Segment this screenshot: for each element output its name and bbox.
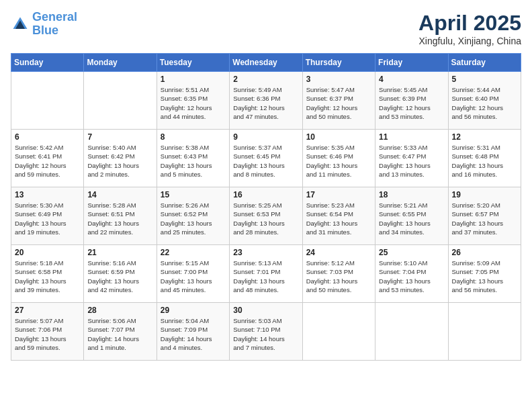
day-number: 15 <box>161 190 226 199</box>
calendar-cell: 17Sunrise: 5:23 AM Sunset: 6:54 PM Dayli… <box>302 187 375 245</box>
day-detail: Sunrise: 5:42 AM Sunset: 6:41 PM Dayligh… <box>15 143 80 179</box>
day-number: 7 <box>87 132 152 142</box>
day-number: 17 <box>306 190 371 199</box>
weekday-header: Thursday <box>302 54 375 72</box>
calendar-cell: 21Sunrise: 5:16 AM Sunset: 6:59 PM Dayli… <box>84 245 157 303</box>
day-detail: Sunrise: 5:25 AM Sunset: 6:53 PM Dayligh… <box>233 201 298 236</box>
day-number: 22 <box>161 248 226 257</box>
calendar-row: 27Sunrise: 5:07 AM Sunset: 7:06 PM Dayli… <box>11 303 521 361</box>
calendar-cell: 20Sunrise: 5:18 AM Sunset: 6:58 PM Dayli… <box>11 245 84 303</box>
day-number: 12 <box>452 132 517 142</box>
calendar-cell: 6Sunrise: 5:42 AM Sunset: 6:41 PM Daylig… <box>11 130 84 187</box>
calendar-cell: 29Sunrise: 5:04 AM Sunset: 7:09 PM Dayli… <box>157 303 229 361</box>
day-number: 23 <box>233 248 298 257</box>
weekday-header: Monday <box>84 54 157 72</box>
day-detail: Sunrise: 5:31 AM Sunset: 6:48 PM Dayligh… <box>452 143 517 179</box>
day-detail: Sunrise: 5:12 AM Sunset: 7:03 PM Dayligh… <box>306 259 371 294</box>
calendar-cell: 18Sunrise: 5:21 AM Sunset: 6:55 PM Dayli… <box>375 187 448 245</box>
logo-blue: Blue <box>32 24 77 38</box>
calendar-cell: 8Sunrise: 5:38 AM Sunset: 6:43 PM Daylig… <box>157 130 229 187</box>
logo-icon <box>11 15 30 34</box>
day-detail: Sunrise: 5:21 AM Sunset: 6:55 PM Dayligh… <box>379 201 444 236</box>
day-number: 4 <box>379 75 444 84</box>
day-number: 14 <box>87 190 152 199</box>
month-title: April 2025 <box>418 11 521 36</box>
day-number: 29 <box>161 306 226 315</box>
day-detail: Sunrise: 5:47 AM Sunset: 6:37 PM Dayligh… <box>306 85 371 121</box>
day-number: 8 <box>161 132 226 142</box>
day-number: 27 <box>15 306 80 315</box>
calendar-cell: 2Sunrise: 5:49 AM Sunset: 6:36 PM Daylig… <box>230 72 302 130</box>
day-detail: Sunrise: 5:16 AM Sunset: 6:59 PM Dayligh… <box>87 259 152 294</box>
day-number: 21 <box>87 248 152 257</box>
weekday-header: Saturday <box>448 54 521 72</box>
logo-text: General Blue <box>32 11 77 38</box>
weekday-header: Tuesday <box>157 54 229 72</box>
calendar-cell: 27Sunrise: 5:07 AM Sunset: 7:06 PM Dayli… <box>11 303 84 361</box>
day-number: 10 <box>306 132 371 142</box>
location: Xingfulu, Xinjiang, China <box>418 36 521 46</box>
day-number: 11 <box>379 132 444 142</box>
day-number: 30 <box>233 306 298 315</box>
day-detail: Sunrise: 5:20 AM Sunset: 6:57 PM Dayligh… <box>452 201 517 236</box>
calendar-row: 1Sunrise: 5:51 AM Sunset: 6:35 PM Daylig… <box>11 72 521 130</box>
day-number: 26 <box>452 248 517 257</box>
calendar-cell: 12Sunrise: 5:31 AM Sunset: 6:48 PM Dayli… <box>448 130 521 187</box>
day-number: 9 <box>233 132 298 142</box>
weekday-header: Friday <box>375 54 448 72</box>
calendar-cell: 7Sunrise: 5:40 AM Sunset: 6:42 PM Daylig… <box>84 130 157 187</box>
day-detail: Sunrise: 5:44 AM Sunset: 6:40 PM Dayligh… <box>452 85 517 121</box>
day-detail: Sunrise: 5:04 AM Sunset: 7:09 PM Dayligh… <box>161 316 226 352</box>
calendar-cell: 10Sunrise: 5:35 AM Sunset: 6:46 PM Dayli… <box>302 130 375 187</box>
calendar-row: 6Sunrise: 5:42 AM Sunset: 6:41 PM Daylig… <box>11 130 521 187</box>
day-detail: Sunrise: 5:18 AM Sunset: 6:58 PM Dayligh… <box>15 259 80 294</box>
day-detail: Sunrise: 5:51 AM Sunset: 6:35 PM Dayligh… <box>161 85 226 121</box>
logo-general: General <box>32 10 77 24</box>
calendar-cell <box>448 303 521 361</box>
day-number: 19 <box>452 190 517 199</box>
title-block: April 2025 Xingfulu, Xinjiang, China <box>418 11 521 46</box>
calendar-cell: 28Sunrise: 5:06 AM Sunset: 7:07 PM Dayli… <box>84 303 157 361</box>
calendar-cell: 14Sunrise: 5:28 AM Sunset: 6:51 PM Dayli… <box>84 187 157 245</box>
day-detail: Sunrise: 5:26 AM Sunset: 6:52 PM Dayligh… <box>161 201 226 236</box>
day-detail: Sunrise: 5:03 AM Sunset: 7:10 PM Dayligh… <box>233 316 298 352</box>
weekday-header: Wednesday <box>230 54 302 72</box>
logo: General Blue <box>11 11 77 38</box>
calendar-header: SundayMondayTuesdayWednesdayThursdayFrid… <box>11 54 521 72</box>
day-detail: Sunrise: 5:23 AM Sunset: 6:54 PM Dayligh… <box>306 201 371 236</box>
day-detail: Sunrise: 5:49 AM Sunset: 6:36 PM Dayligh… <box>233 85 298 121</box>
calendar-cell: 9Sunrise: 5:37 AM Sunset: 6:45 PM Daylig… <box>230 130 302 187</box>
calendar-row: 20Sunrise: 5:18 AM Sunset: 6:58 PM Dayli… <box>11 245 521 303</box>
day-number: 5 <box>452 75 517 84</box>
day-number: 2 <box>233 75 298 84</box>
day-detail: Sunrise: 5:07 AM Sunset: 7:06 PM Dayligh… <box>15 316 80 352</box>
day-detail: Sunrise: 5:35 AM Sunset: 6:46 PM Dayligh… <box>306 143 371 179</box>
day-detail: Sunrise: 5:10 AM Sunset: 7:04 PM Dayligh… <box>379 259 444 294</box>
calendar-cell: 23Sunrise: 5:13 AM Sunset: 7:01 PM Dayli… <box>230 245 302 303</box>
day-detail: Sunrise: 5:28 AM Sunset: 6:51 PM Dayligh… <box>87 201 152 236</box>
calendar-cell: 30Sunrise: 5:03 AM Sunset: 7:10 PM Dayli… <box>230 303 302 361</box>
calendar-cell: 26Sunrise: 5:09 AM Sunset: 7:05 PM Dayli… <box>448 245 521 303</box>
calendar-cell: 4Sunrise: 5:45 AM Sunset: 6:39 PM Daylig… <box>375 72 448 130</box>
calendar-row: 13Sunrise: 5:30 AM Sunset: 6:49 PM Dayli… <box>11 187 521 245</box>
calendar-cell: 25Sunrise: 5:10 AM Sunset: 7:04 PM Dayli… <box>375 245 448 303</box>
calendar-cell: 3Sunrise: 5:47 AM Sunset: 6:37 PM Daylig… <box>302 72 375 130</box>
calendar-cell <box>11 72 84 130</box>
day-detail: Sunrise: 5:13 AM Sunset: 7:01 PM Dayligh… <box>233 259 298 294</box>
day-number: 6 <box>15 132 80 142</box>
day-detail: Sunrise: 5:33 AM Sunset: 6:47 PM Dayligh… <box>379 143 444 179</box>
calendar-cell: 24Sunrise: 5:12 AM Sunset: 7:03 PM Dayli… <box>302 245 375 303</box>
day-number: 13 <box>15 190 80 199</box>
calendar-cell <box>375 303 448 361</box>
calendar-cell: 19Sunrise: 5:20 AM Sunset: 6:57 PM Dayli… <box>448 187 521 245</box>
day-number: 16 <box>233 190 298 199</box>
day-number: 20 <box>15 248 80 257</box>
day-detail: Sunrise: 5:30 AM Sunset: 6:49 PM Dayligh… <box>15 201 80 236</box>
calendar-cell: 15Sunrise: 5:26 AM Sunset: 6:52 PM Dayli… <box>157 187 229 245</box>
calendar-cell: 5Sunrise: 5:44 AM Sunset: 6:40 PM Daylig… <box>448 72 521 130</box>
calendar-cell: 16Sunrise: 5:25 AM Sunset: 6:53 PM Dayli… <box>230 187 302 245</box>
day-number: 18 <box>379 190 444 199</box>
page-header: General Blue April 2025 Xingfulu, Xinjia… <box>11 11 521 46</box>
day-number: 25 <box>379 248 444 257</box>
calendar-cell <box>302 303 375 361</box>
